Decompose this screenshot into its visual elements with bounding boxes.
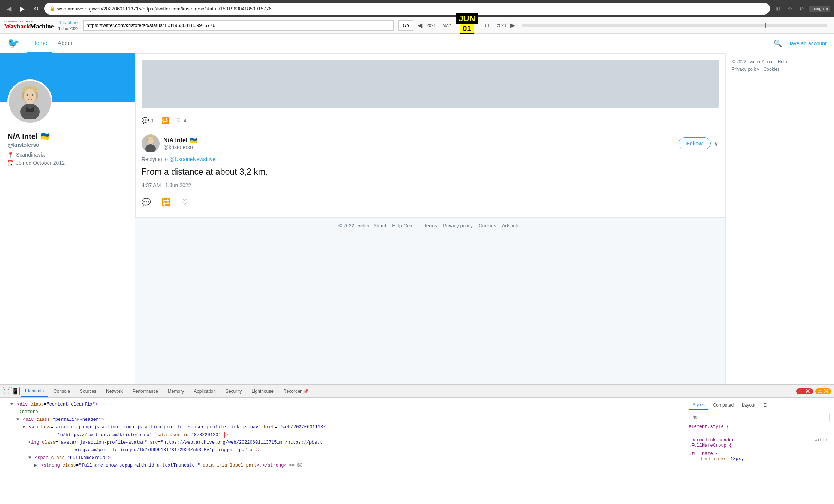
tab-memory[interactable]: Memory — [163, 386, 188, 396]
devtools-badges: 🚫 98 ⚠ 84 — [796, 388, 831, 394]
devtools-panel: ⬚ 📱 Elements Console Sources Network Per… — [0, 384, 834, 504]
profile-handle[interactable]: @kristoferso — [7, 142, 127, 148]
tab-elements[interactable]: Elements — [21, 386, 48, 397]
footer-help-link[interactable]: Help Center — [392, 223, 418, 228]
font-size-prop: font-size: 18px; — [689, 456, 830, 462]
wayback-go-button[interactable]: Go — [398, 20, 413, 31]
devtools-html-panel[interactable]: ▼ <div class="content clearfix"> ::befor… — [0, 398, 684, 504]
address-bar[interactable]: 🔒 web.archive.org/web/20220601113715/htt… — [44, 3, 770, 15]
devtools-inspect-button[interactable]: ⬚ — [3, 387, 10, 395]
calendar-prev-button[interactable]: ◀ — [418, 22, 422, 29]
tab-performance[interactable]: Performance — [128, 386, 163, 396]
footer-terms-link[interactable]: Terms — [424, 223, 437, 228]
devtools-tabs: ⬚ 📱 Elements Console Sources Network Per… — [0, 385, 834, 398]
sidebar-privacy-link[interactable]: Privacy policy — [732, 67, 759, 72]
profile-name: N/A Intel — [7, 132, 37, 141]
grid-button[interactable]: ⊞ — [773, 4, 783, 13]
sidebar-help-link[interactable]: Help — [778, 59, 787, 64]
tab-application[interactable]: Application — [189, 386, 220, 396]
svg-point-17 — [145, 144, 156, 152]
tweet-display-name: N/A Intel — [163, 137, 187, 144]
tab-network[interactable]: Network — [102, 386, 127, 396]
nav-home[interactable]: Home — [27, 34, 52, 53]
styles-rule-1: element.style { } — [689, 424, 830, 435]
back-button[interactable]: ◀ — [4, 3, 14, 14]
tweet-chevron-icon[interactable]: ∨ — [714, 139, 719, 148]
comment-action[interactable]: 💬 1 — [142, 117, 154, 124]
month-jul: JUL — [480, 22, 492, 28]
footer-about-link[interactable]: About — [374, 223, 386, 228]
style-rule-element: element.style { — [689, 424, 830, 429]
footer-ads-link[interactable]: Ads info — [502, 223, 520, 228]
profile-joined: 📅 Joined October 2012 — [7, 160, 127, 166]
tab-sources[interactable]: Sources — [75, 386, 101, 396]
wayback-url-input[interactable] — [83, 20, 394, 31]
reply-prefix: Replying to — [142, 156, 169, 162]
profile-sidebar: N/A Intel 🇺🇦 @kristoferso 📍 Scandinavia … — [0, 53, 135, 384]
styles-rule-header: .permalink-header twitter — [689, 438, 830, 443]
have-account-text[interactable]: Have an account — [787, 40, 827, 46]
expand-triangle[interactable]: ▼ — [10, 401, 14, 408]
internet-archive-text: INTERNET ARCHIVE — [4, 20, 54, 23]
like-action[interactable]: ♡ 4 — [176, 117, 187, 124]
forward-button[interactable]: ▶ — [17, 3, 28, 14]
fullname-selector: .fullname { — [689, 451, 830, 456]
location-icon: 📍 — [7, 152, 14, 158]
like-count: 4 — [184, 118, 187, 124]
tab-recorder[interactable]: Recorder 📌 — [279, 386, 313, 396]
wayback-logo: INTERNET ARCHIVE WaybackMachine — [4, 20, 54, 30]
retweet-action[interactable]: 🔁 — [161, 117, 169, 124]
calendar-icon: 📅 — [7, 160, 14, 166]
devtools-device-button[interactable]: 📱 — [11, 387, 20, 395]
reload-button[interactable]: ↻ — [31, 3, 41, 14]
tweet-comment-icon[interactable]: 💬 — [142, 198, 151, 207]
profile-location: 📍 Scandinavia — [7, 152, 127, 158]
html-line-3: ▼ <a class="account-group js-action-grou… — [4, 423, 679, 439]
comment-icon: 💬 — [142, 117, 149, 124]
profile-meta: 📍 Scandinavia 📅 Joined October 2012 — [7, 152, 127, 166]
tweet-like-icon[interactable]: ♡ — [181, 198, 188, 207]
calendar-next-button[interactable]: ▶ — [510, 22, 515, 29]
styles-tab-layout[interactable]: Layout — [738, 401, 759, 410]
tweet-retweet-icon[interactable]: 🔁 — [161, 198, 171, 207]
retweet-icon: 🔁 — [161, 117, 169, 124]
incognito-label: Incognito — [809, 6, 830, 12]
expand-triangle-2[interactable]: ▼ — [16, 416, 20, 423]
expand-triangle-5[interactable]: ▼ — [28, 454, 32, 462]
tweet-card-above: 💬 1 🔁 ♡ 4 — [135, 53, 725, 128]
sidebar-footer-copyright: © 2022 Twitter About Help — [732, 59, 828, 64]
search-icon[interactable]: 🔍 — [774, 39, 782, 48]
sidebar-about-link[interactable]: About — [762, 59, 773, 64]
tweet-user-handle: @kristoferso — [163, 144, 679, 150]
nav-about[interactable]: About — [52, 34, 78, 53]
styles-tab-styles[interactable]: Styles — [689, 401, 708, 410]
profile-info: N/A Intel 🇺🇦 @kristoferso 📍 Scandinavia … — [0, 128, 135, 172]
font-size-value: 18px; — [730, 456, 744, 462]
capture-link[interactable]: 1 capture — [59, 20, 78, 25]
styles-filter[interactable] — [689, 413, 830, 421]
bookmark-button[interactable]: ☆ — [785, 4, 795, 13]
tab-security[interactable]: Security — [221, 386, 246, 396]
html-line-2: ▼ <div class="permalink-header"> — [4, 416, 679, 423]
expand-triangle-6[interactable]: ▶ — [34, 462, 38, 469]
svg-point-5 — [27, 94, 28, 96]
html-line-before: ::before — [4, 408, 679, 416]
tab-console[interactable]: Console — [49, 386, 75, 396]
styles-tab-e[interactable]: E — [760, 401, 770, 410]
profile-button[interactable]: ⊙ — [797, 4, 807, 13]
footer-cookies-link[interactable]: Cookies — [478, 223, 496, 228]
tweet-timestamp: 4:37 AM · 1 Jun 2022 — [142, 182, 719, 188]
follow-button[interactable]: Follow — [679, 137, 711, 149]
reply-to-link[interactable]: @UkraineNewsLive — [169, 156, 215, 162]
tab-lighthouse[interactable]: Lighthouse — [247, 386, 278, 396]
expand-triangle-3[interactable]: ▼ — [22, 423, 26, 431]
svg-point-13 — [148, 137, 154, 144]
tweet-text: From a distance at about 3,2 km. — [142, 166, 719, 178]
tweet-bottom-actions: 💬 🔁 ♡ — [142, 193, 719, 211]
tweet-footer: © 2022 Twitter About Help Center Terms P… — [135, 218, 725, 234]
sidebar-cookies-link[interactable]: Cookies — [764, 67, 780, 72]
styles-tab-computed[interactable]: Computed — [709, 401, 737, 410]
footer-privacy-link[interactable]: Privacy policy — [443, 223, 472, 228]
profile-name-row: N/A Intel 🇺🇦 — [7, 132, 127, 141]
tweet-user-info: N/A Intel 🇺🇦 @kristoferso — [163, 137, 679, 150]
